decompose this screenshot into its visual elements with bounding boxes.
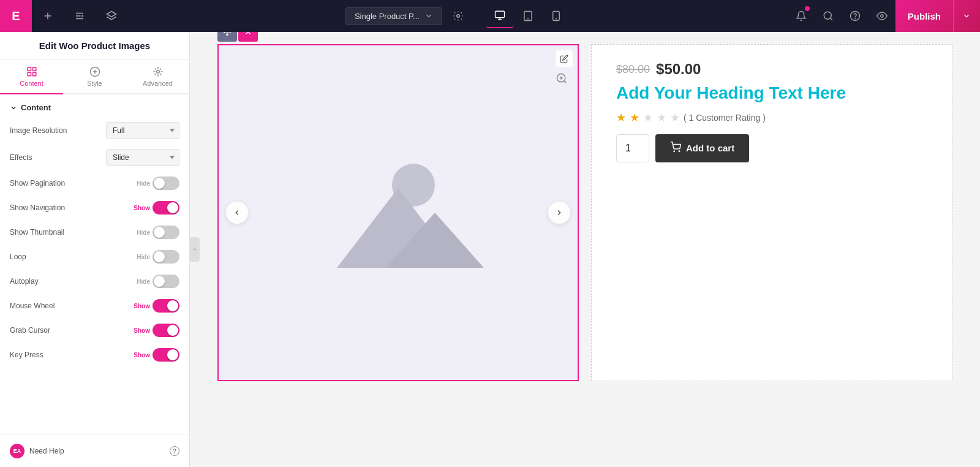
grab-cursor-toggle[interactable] bbox=[153, 324, 179, 337]
loop-row: Loop Hide bbox=[0, 245, 189, 269]
desktop-device-btn[interactable] bbox=[486, 4, 513, 28]
original-price: $80.00 bbox=[616, 63, 650, 76]
autoplay-toggle[interactable] bbox=[153, 275, 179, 288]
topbar: E Single Product P... bbox=[0, 0, 980, 32]
toggle-knob bbox=[167, 202, 178, 213]
star-1: ★ bbox=[616, 111, 626, 124]
show-pagination-toggle[interactable] bbox=[153, 177, 179, 190]
grab-cursor-state-label: Show bbox=[134, 327, 150, 334]
notifications-button[interactable] bbox=[788, 0, 815, 32]
help-circle-icon: ? bbox=[170, 446, 179, 456]
add-to-cart-button[interactable]: Add to cart bbox=[655, 134, 749, 162]
effects-select[interactable]: Slide Fade None bbox=[106, 149, 179, 166]
effects-label: Effects bbox=[10, 153, 32, 162]
tab-advanced[interactable]: Advanced bbox=[126, 60, 189, 94]
need-help[interactable]: EA Need Help ? bbox=[0, 435, 189, 467]
rating-text: ( 1 Customer Rating ) bbox=[684, 113, 766, 123]
loop-toggle[interactable] bbox=[153, 250, 179, 264]
search-button[interactable] bbox=[815, 0, 842, 32]
grab-cursor-row: Grab Cursor Show bbox=[0, 318, 189, 343]
key-press-toggle[interactable] bbox=[153, 348, 179, 362]
loop-label: Loop bbox=[10, 252, 26, 261]
page-selector[interactable]: Single Product P... bbox=[345, 7, 442, 25]
product-info: $80.00 $50.00 Add Your Heading Text Here… bbox=[604, 55, 940, 169]
edit-icon[interactable] bbox=[556, 50, 573, 67]
grab-cursor-label: Grab Cursor bbox=[10, 326, 50, 335]
show-pagination-row: Show Pagination Hide bbox=[0, 171, 189, 196]
layers-button[interactable] bbox=[96, 0, 127, 32]
nav-arrow-right[interactable] bbox=[548, 202, 570, 224]
svg-point-5 bbox=[81, 15, 83, 17]
product-image-box bbox=[217, 44, 579, 381]
quantity-input[interactable] bbox=[616, 134, 649, 162]
show-navigation-toggle[interactable] bbox=[153, 201, 179, 215]
elementor-logo[interactable]: E bbox=[0, 0, 32, 32]
show-thumbnail-row: Show Thumbnail Hide bbox=[0, 220, 189, 245]
widget-toolbar bbox=[217, 32, 258, 42]
svg-line-31 bbox=[564, 81, 567, 83]
image-resolution-select[interactable]: Full Large Medium Thumbnail bbox=[106, 122, 179, 139]
mouse-wheel-toggle[interactable] bbox=[153, 299, 179, 313]
tab-content[interactable]: Content bbox=[0, 60, 63, 94]
topbar-left: E bbox=[0, 0, 127, 32]
mouse-wheel-label: Mouse Wheel bbox=[10, 302, 55, 310]
publish-arrow[interactable] bbox=[953, 0, 980, 32]
image-resolution-select-wrap: Full Large Medium Thumbnail bbox=[106, 122, 179, 139]
effects-select-wrap: Slide Fade None bbox=[106, 149, 179, 166]
zoom-icon[interactable] bbox=[556, 72, 570, 87]
add-to-cart-row: Add to cart bbox=[616, 134, 927, 162]
autoplay-row: Autoplay Hide bbox=[0, 269, 189, 294]
svg-line-16 bbox=[830, 18, 832, 20]
svg-rect-8 bbox=[495, 11, 504, 18]
svg-point-19 bbox=[881, 15, 884, 18]
widget-move-btn[interactable] bbox=[217, 32, 237, 42]
show-pagination-state-label: Hide bbox=[137, 180, 150, 187]
toggle-knob bbox=[167, 325, 178, 336]
loop-toggle-wrap: Hide bbox=[137, 250, 179, 264]
topbar-right: Publish bbox=[788, 0, 980, 32]
product-info-outer: $80.00 $50.00 Add Your Heading Text Here… bbox=[591, 44, 952, 381]
svg-marker-6 bbox=[107, 12, 116, 17]
publish-button[interactable]: Publish bbox=[895, 0, 980, 32]
tablet-device-btn[interactable] bbox=[514, 4, 541, 28]
sidebar: Edit Woo Product Images Content Style Ad… bbox=[0, 32, 190, 467]
star-3: ★ bbox=[643, 111, 653, 124]
app: Edit Woo Product Images Content Style Ad… bbox=[0, 0, 980, 467]
svg-point-25 bbox=[156, 70, 159, 74]
svg-point-15 bbox=[824, 12, 831, 19]
panel-settings-button[interactable] bbox=[64, 0, 96, 32]
image-resolution-label: Image Resolution bbox=[10, 126, 67, 135]
show-thumbnail-state-label: Hide bbox=[137, 229, 150, 236]
star-5: ★ bbox=[670, 111, 680, 124]
ea-badge: EA bbox=[10, 444, 24, 458]
svg-rect-21 bbox=[32, 67, 36, 70]
nav-arrow-left[interactable] bbox=[226, 202, 248, 224]
key-press-toggle-wrap: Show bbox=[134, 348, 179, 362]
star-4: ★ bbox=[657, 111, 666, 124]
show-thumbnail-toggle[interactable] bbox=[153, 226, 179, 239]
preview-button[interactable] bbox=[869, 0, 895, 32]
collapse-handle[interactable] bbox=[190, 237, 200, 262]
sale-price: $50.00 bbox=[656, 61, 701, 78]
widget-close-btn[interactable] bbox=[238, 32, 258, 42]
settings-button[interactable] bbox=[442, 0, 474, 32]
content-section-header[interactable]: Content bbox=[0, 94, 189, 117]
help-button[interactable] bbox=[842, 0, 869, 32]
add-to-cart-label: Add to cart bbox=[686, 143, 734, 153]
star-2: ★ bbox=[630, 111, 639, 124]
mobile-device-btn[interactable] bbox=[543, 4, 570, 28]
show-navigation-label: Show Navigation bbox=[10, 203, 65, 212]
svg-point-7 bbox=[457, 15, 460, 18]
page-selector-label: Single Product P... bbox=[355, 12, 420, 21]
tab-style[interactable]: Style bbox=[63, 60, 126, 94]
image-resolution-row: Image Resolution Full Large Medium Thumb… bbox=[0, 117, 189, 144]
need-help-label: Need Help bbox=[29, 447, 64, 455]
key-press-row: Key Press Show bbox=[0, 343, 189, 367]
autoplay-label: Autoplay bbox=[10, 277, 39, 286]
topbar-center: Single Product P... bbox=[345, 0, 570, 32]
key-press-state-label: Show bbox=[134, 352, 150, 359]
add-element-button[interactable] bbox=[32, 0, 64, 32]
canvas-area: $80.00 $50.00 Add Your Heading Text Here… bbox=[190, 32, 980, 467]
mouse-wheel-toggle-wrap: Show bbox=[134, 299, 179, 313]
cart-icon bbox=[670, 142, 681, 154]
